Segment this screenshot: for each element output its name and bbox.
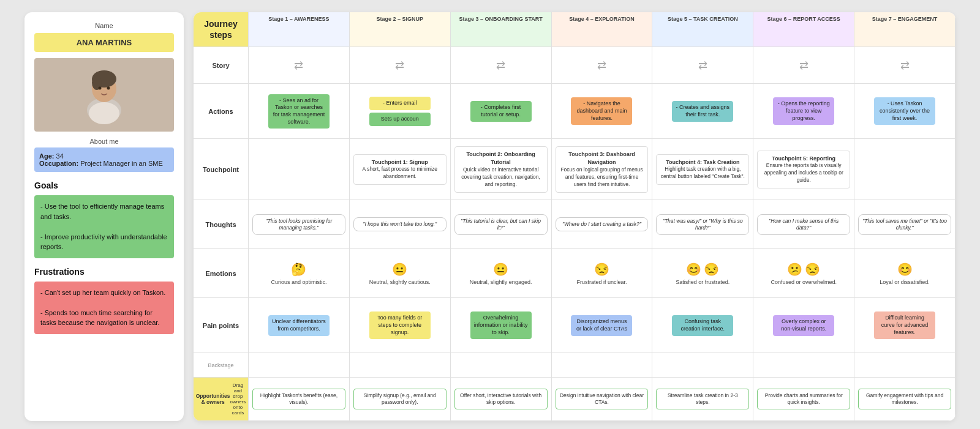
opp-card-7: Gamify engagement with tips and mileston… bbox=[858, 389, 951, 409]
thought-cell-5: "That was easy!" or "Why is this so hard… bbox=[652, 200, 753, 249]
backstage-cell-4 bbox=[552, 353, 653, 378]
action-sticky-7: - Uses Taskon consistently over the firs… bbox=[874, 97, 935, 125]
story-cell-2: ⇄ bbox=[350, 47, 451, 84]
backstage-cell-1 bbox=[249, 353, 350, 378]
touchpoint-card-5: Touchpoint 4: Task CreationHighlight tas… bbox=[656, 154, 749, 185]
thought-cell-3: "This tutorial is clear, but can I skip … bbox=[451, 200, 552, 249]
action-sticky-2b: Sets up accoun bbox=[369, 113, 431, 126]
story-arrow-3: ⇄ bbox=[496, 59, 505, 72]
about-me-content: Age: 34 Occupation: Project Manager in a… bbox=[34, 147, 174, 172]
opp-card-1: Highlight Taskon's benefits (ease, visua… bbox=[252, 389, 345, 409]
opp-card-2: Simplify signup (e.g., email and passwor… bbox=[353, 389, 447, 409]
persona-name: ANA MARTINS bbox=[34, 33, 174, 52]
backstage-cell-6 bbox=[753, 353, 854, 378]
pain-cell-5: Confusing task creation interface. bbox=[652, 298, 753, 353]
opp-cell-4: Design intuitive navigation with clear C… bbox=[552, 378, 653, 421]
pain-sticky-6: Overly complex or non-visual reports. bbox=[773, 315, 834, 335]
action-cell-4: - Navigates the dashboard and main featu… bbox=[552, 84, 653, 139]
goals-title: Goals bbox=[34, 181, 174, 190]
touchpoint-cell-1 bbox=[249, 139, 350, 200]
story-cell-4: ⇄ bbox=[552, 47, 653, 84]
emoji-row-6: 😕 😒 bbox=[757, 262, 850, 277]
story-cell-3: ⇄ bbox=[451, 47, 552, 84]
pain-cell-1: Unclear differentiators from competitors… bbox=[249, 298, 350, 353]
touchpoint-card-4: Touchpoint 3: Dashboard NavigationFocus … bbox=[556, 146, 649, 192]
thought-4: "Where do I start creating a task?" bbox=[556, 217, 649, 231]
thought-3: "This tutorial is clear, but can I skip … bbox=[454, 214, 548, 235]
stage-3-header: Stage 3 – ONBOARDING START bbox=[451, 12, 552, 47]
pain-cell-6: Overly complex or non-visual reports. bbox=[753, 298, 854, 353]
action-cell-1: - Sees an ad for Taskon or searches for … bbox=[249, 84, 350, 139]
touchpoint-card-6: Touchpoint 5: ReportingEnsure the report… bbox=[757, 151, 850, 189]
opp-card-5: Streamline task creation in 2-3 steps. bbox=[656, 389, 749, 409]
pain-sticky-7: Difficult learning curve for advanced fe… bbox=[874, 311, 935, 339]
emoji-5b: 😒 bbox=[704, 262, 719, 277]
left-panel: Name ANA MARTINS About me bbox=[24, 12, 184, 421]
stage-4-header: Stage 4 – EXPLORATION bbox=[552, 12, 653, 47]
touchpoint-card-3: Touchpoint 2: Onboarding TutorialQuick v… bbox=[454, 146, 548, 192]
emoji-7: 😊 bbox=[897, 262, 913, 277]
opp-cell-6: Provide charts and summaries for quick i… bbox=[753, 378, 854, 421]
thought-1: "This tool looks promising for managing … bbox=[252, 214, 345, 235]
action-sticky-5: - Creates and assigns their first task. bbox=[672, 101, 733, 121]
emotion-cell-4: 😒 Frustrated if unclear. bbox=[552, 249, 653, 298]
emotion-text-2: Neutral, slightly cautious. bbox=[369, 279, 431, 285]
persona-avatar-svg bbox=[80, 64, 129, 125]
journey-grid: Journeysteps Stage 1 – AWARENESS Stage 2… bbox=[194, 12, 956, 421]
opp-cell-1: Highlight Taskon's benefits (ease, visua… bbox=[249, 378, 350, 421]
action-sticky-1: - Sees an ad for Taskon or searches for … bbox=[268, 94, 330, 129]
story-arrow-5: ⇄ bbox=[698, 59, 707, 72]
emoji-row-5: 😊 😒 bbox=[656, 262, 749, 277]
action-sticky-3: - Completes first tutorial or setup. bbox=[470, 101, 532, 121]
emoji-2: 😐 bbox=[392, 262, 407, 277]
emotion-cell-7: 😊 Loyal or dissatisfied. bbox=[854, 249, 956, 298]
story-arrow-6: ⇄ bbox=[799, 59, 809, 72]
backstage-cell-5 bbox=[652, 353, 753, 378]
story-arrow-7: ⇄ bbox=[900, 59, 910, 72]
story-cell-5: ⇄ bbox=[652, 47, 753, 84]
emoji-5a: 😊 bbox=[686, 262, 701, 277]
svg-point-7 bbox=[107, 87, 110, 90]
backstage-cell-2 bbox=[350, 353, 451, 378]
story-cell-6: ⇄ bbox=[753, 47, 854, 84]
pain-cell-2: Too many fields or steps to complete sig… bbox=[350, 298, 451, 353]
stage-5-header: Stage 5 – TASK CREATION bbox=[652, 12, 753, 47]
journey-title: Journeysteps bbox=[194, 12, 249, 47]
story-cell-1: ⇄ bbox=[249, 47, 350, 84]
opp-card-3: Offer short, interactive tutorials with … bbox=[454, 389, 548, 409]
action-sticky-2: - Enters email bbox=[369, 97, 431, 110]
row-label-touchpoint: Touchpoint bbox=[194, 139, 249, 200]
thought-cell-2: "I hope this won't take too long." bbox=[350, 200, 451, 249]
emotion-cell-2: 😐 Neutral, slightly cautious. bbox=[350, 249, 451, 298]
touchpoint-cell-6: Touchpoint 5: ReportingEnsure the report… bbox=[753, 139, 854, 200]
story-arrow-4: ⇄ bbox=[597, 59, 606, 72]
emoji-1: 🤔 bbox=[291, 262, 306, 277]
frustrations-title: Frustrations bbox=[34, 267, 174, 277]
frustrations-content: - Can't set up her team quickly on Tasko… bbox=[34, 282, 174, 334]
action-sticky-6: - Opens the reporting feature to view pr… bbox=[773, 97, 834, 125]
touchpoint-card-2: Touchpoint 1: SignupA short, fast proces… bbox=[353, 154, 447, 185]
action-cell-2: - Enters email Sets up accoun bbox=[350, 84, 451, 139]
row-label-story: Story bbox=[194, 47, 249, 84]
touchpoint-cell-3: Touchpoint 2: Onboarding TutorialQuick v… bbox=[451, 139, 552, 200]
name-label: Name bbox=[34, 22, 174, 29]
emoji-6a: 😕 bbox=[787, 262, 802, 277]
svg-point-2 bbox=[89, 102, 119, 124]
pain-sticky-4: Disorganized menus or lack of clear CTAs bbox=[571, 315, 632, 335]
thought-6: "How can I make sense of this data?" bbox=[757, 214, 850, 235]
emotion-cell-6: 😕 😒 Confused or overwhelmed. bbox=[753, 249, 854, 298]
thought-5: "That was easy!" or "Why is this so hard… bbox=[656, 214, 749, 235]
opp-cell-3: Offer short, interactive tutorials with … bbox=[451, 378, 552, 421]
opp-card-4: Design intuitive navigation with clear C… bbox=[556, 389, 649, 409]
svg-point-6 bbox=[99, 87, 102, 90]
action-cell-6: - Opens the reporting feature to view pr… bbox=[753, 84, 854, 139]
emotion-text-1: Curious and optimistic. bbox=[271, 279, 326, 285]
pain-cell-7: Difficult learning curve for advanced fe… bbox=[854, 298, 956, 353]
thought-cell-1: "This tool looks promising for managing … bbox=[249, 200, 350, 249]
story-cell-7: ⇄ bbox=[854, 47, 956, 84]
emoji-4: 😒 bbox=[594, 262, 609, 277]
row-label-backstage: Backstage bbox=[194, 353, 249, 378]
pain-sticky-1: Unclear differentiators from competitors… bbox=[268, 315, 330, 335]
journey-map: Journeysteps Stage 1 – AWARENESS Stage 2… bbox=[194, 12, 956, 421]
row-label-pain: Pain points bbox=[194, 298, 249, 353]
